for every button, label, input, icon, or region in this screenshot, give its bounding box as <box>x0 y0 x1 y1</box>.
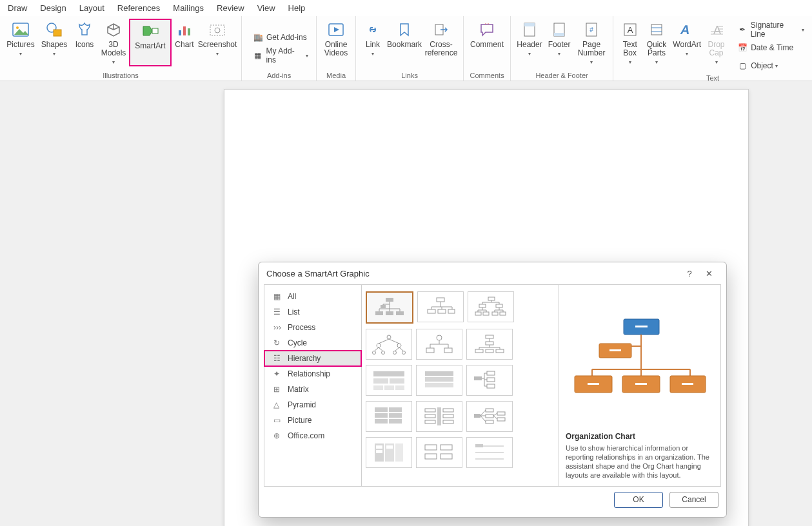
svg-rect-30 <box>438 309 446 313</box>
layout-thumb-14[interactable] <box>416 437 462 468</box>
link-label: Link <box>366 41 380 49</box>
help-button[interactable]: ? <box>680 269 699 278</box>
layout-thumb-2[interactable] <box>417 291 464 322</box>
category-hierarchy[interactable]: ☷Hierarchy <box>264 351 361 366</box>
tab-help[interactable]: Help <box>282 0 312 16</box>
svg-point-42 <box>373 351 376 355</box>
all-icon: ▦ <box>273 292 288 301</box>
layout-thumb-6[interactable] <box>466 329 513 360</box>
shapes-button[interactable]: Shapes▾ <box>37 19 71 58</box>
svg-rect-98 <box>635 326 648 327</box>
tab-design[interactable]: Design <box>34 0 72 16</box>
3d-models-button[interactable]: 3D Models▾ <box>98 19 129 66</box>
date-time-button[interactable]: 📅Date & Time <box>733 41 808 55</box>
layout-thumb-8[interactable] <box>416 365 462 396</box>
footer-button[interactable]: Footer▾ <box>544 19 574 58</box>
category-picture[interactable]: ▭Picture <box>264 413 361 428</box>
category-all[interactable]: ▦All <box>264 289 361 304</box>
my-addins-button[interactable]: ▦My Add-ins ▾ <box>248 48 312 63</box>
category-process[interactable]: ›››Process <box>264 320 361 335</box>
svg-rect-79 <box>425 420 435 424</box>
preview-image <box>566 291 714 427</box>
chart-button[interactable]: Chart <box>172 19 197 49</box>
tab-mailings[interactable]: Mailings <box>166 0 210 16</box>
get-addins-button[interactable]: 🏬Get Add-ins <box>248 30 311 44</box>
signature-line-button[interactable]: ✒Signature Line ▾ <box>733 23 808 37</box>
svg-rect-53 <box>496 349 504 353</box>
text-box-button[interactable]: A Text Box▾ <box>617 19 642 66</box>
signature-icon: ✒ <box>737 25 748 34</box>
layout-thumb-10[interactable] <box>366 401 412 432</box>
layout-thumb-3[interactable] <box>468 291 514 322</box>
svg-rect-73 <box>437 407 441 425</box>
svg-rect-92 <box>425 445 437 450</box>
svg-rect-81 <box>486 409 493 412</box>
layout-thumb-11[interactable] <box>416 401 462 432</box>
cross-reference-label: Cross- reference <box>425 41 458 57</box>
category-cycle[interactable]: ↻Cycle <box>264 335 361 351</box>
layout-thumb-13[interactable] <box>366 437 412 468</box>
svg-rect-88 <box>395 443 403 462</box>
svg-rect-31 <box>448 309 455 313</box>
category-list: ▦All ☰List ›››Process ↻Cycle ☷Hierarchy … <box>264 285 362 486</box>
svg-rect-49 <box>486 335 493 338</box>
layout-thumb-15[interactable] <box>466 437 513 468</box>
layout-thumb-5[interactable] <box>416 329 462 360</box>
svg-rect-64 <box>487 371 495 375</box>
layout-thumb-1[interactable] <box>366 291 413 324</box>
svg-rect-4 <box>152 28 158 34</box>
category-matrix[interactable]: ⊞Matrix <box>264 382 361 397</box>
svg-rect-85 <box>497 418 505 421</box>
svg-rect-51 <box>475 349 483 353</box>
cube-icon <box>106 21 121 38</box>
dialog-title: Choose a SmartArt Graphic <box>266 269 370 278</box>
tab-review[interactable]: Review <box>210 0 251 16</box>
category-pyramid[interactable]: △Pyramid <box>264 397 361 413</box>
bookmark-button[interactable]: Bookmark <box>386 19 423 49</box>
drop-cap-button[interactable]: A Drop Cap▾ <box>704 19 729 66</box>
smartart-button[interactable]: SmartArt <box>129 19 172 66</box>
page-number-label: Page Number <box>578 41 606 57</box>
text-box-icon: A <box>623 21 637 38</box>
page-number-button[interactable]: # Page Number▾ <box>574 19 609 66</box>
preview-title: Organization Chart <box>566 432 714 441</box>
svg-rect-5 <box>179 30 181 35</box>
screenshot-button[interactable]: Screenshot▾ <box>197 19 237 58</box>
category-list[interactable]: ☰List <box>264 304 361 320</box>
layout-thumb-4[interactable] <box>366 329 412 360</box>
cross-reference-button[interactable]: Cross- reference <box>423 19 459 57</box>
category-relationship[interactable]: ✦Relationship <box>264 366 361 382</box>
quick-parts-button[interactable]: Quick Parts▾ <box>642 19 670 66</box>
header-button[interactable]: Header▾ <box>515 19 544 58</box>
online-videos-label: Online Videos <box>324 41 348 57</box>
layout-thumb-7[interactable] <box>366 365 412 396</box>
layout-thumb-9[interactable] <box>466 365 513 396</box>
object-button[interactable]: ▢Object ▾ <box>733 59 808 73</box>
svg-rect-37 <box>492 312 498 315</box>
link-button[interactable]: Link▾ <box>360 19 386 58</box>
link-icon <box>366 21 380 38</box>
tab-draw[interactable]: Draw <box>1 0 34 16</box>
comment-button[interactable]: Comment <box>468 19 506 49</box>
layout-thumb-12[interactable] <box>466 401 513 432</box>
text-box-label: Text Box <box>623 41 637 57</box>
pictures-button[interactable]: Pictures▾ <box>4 19 37 58</box>
icons-button[interactable]: Icons <box>71 19 98 49</box>
process-icon: ››› <box>273 323 288 332</box>
tab-layout[interactable]: Layout <box>73 0 111 16</box>
tab-view[interactable]: View <box>251 0 282 16</box>
tab-references[interactable]: References <box>111 0 166 16</box>
layout-gallery <box>362 285 559 486</box>
svg-rect-3 <box>54 30 61 36</box>
close-button[interactable]: ✕ <box>699 269 718 278</box>
svg-rect-91 <box>386 445 393 449</box>
smartart-label: SmartArt <box>135 42 165 50</box>
wordart-button[interactable]: A WordArt▾ <box>671 19 704 58</box>
cancel-button[interactable]: Cancel <box>669 492 718 508</box>
online-videos-button[interactable]: Online Videos <box>321 19 352 57</box>
ok-button[interactable]: OK <box>614 492 663 508</box>
svg-rect-47 <box>426 348 434 353</box>
svg-rect-61 <box>425 377 453 382</box>
svg-rect-75 <box>443 414 453 418</box>
category-office-com[interactable]: ⊕Office.com <box>264 428 361 443</box>
